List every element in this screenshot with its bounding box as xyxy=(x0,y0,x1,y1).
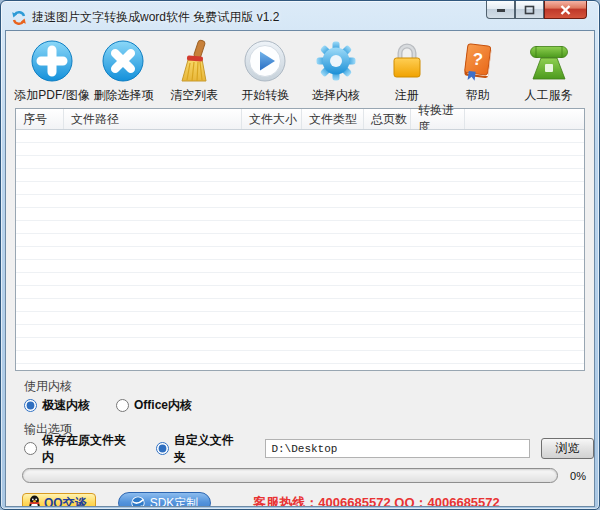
fast-kernel-radio[interactable] xyxy=(24,399,37,412)
toolbar-button-label: 清空列表 xyxy=(170,87,218,104)
toolbar-button-label: 注册 xyxy=(395,87,419,104)
window-title: 捷速图片文字转换成word软件 免费试用版 v1.2 xyxy=(32,9,279,26)
save-original-radio[interactable] xyxy=(24,442,37,455)
minimize-button[interactable] xyxy=(486,1,515,19)
select-kernel-button[interactable]: 选择内核 xyxy=(301,39,372,104)
radio-custom-folder[interactable]: 自定义文件夹 xyxy=(156,432,240,466)
column-header-filler xyxy=(465,109,584,129)
toolbar-button-label: 帮助 xyxy=(466,87,490,104)
sdk-custom-button[interactable]: SDK定制 xyxy=(118,492,212,507)
delete-selected-button[interactable]: 删除选择项 xyxy=(88,39,159,104)
qq-chat-button[interactable]: QQ交谈 xyxy=(22,493,96,508)
broom-icon xyxy=(172,39,216,83)
help-button[interactable]: ? 帮助 xyxy=(442,39,513,104)
custom-folder-label: 自定义文件夹 xyxy=(174,432,240,466)
qq-penguin-icon xyxy=(28,495,41,507)
file-list-header: 序号 文件路径 文件大小 文件类型 总页数 转换进度 xyxy=(16,109,584,130)
progress-row: 0% xyxy=(22,468,586,483)
client-area: 添加PDF/图像 删除选择项 xyxy=(5,30,595,507)
save-original-label: 保存在原文件夹内 xyxy=(42,432,130,466)
gear-icon xyxy=(314,39,358,83)
column-header-progress[interactable]: 转换进度 xyxy=(411,109,465,129)
qq-chat-label: QQ交谈 xyxy=(44,495,87,508)
progress-percent: 0% xyxy=(558,470,586,482)
browse-button[interactable]: 浏览 xyxy=(541,438,594,459)
progress-bar xyxy=(22,468,558,483)
toolbar: 添加PDF/图像 删除选择项 xyxy=(6,31,594,104)
output-options: 保存在原文件夹内 自定义文件夹 浏览 xyxy=(24,440,594,457)
office-kernel-label: Office内核 xyxy=(134,397,192,414)
file-list-body[interactable] xyxy=(16,130,584,370)
fast-kernel-label: 极速内核 xyxy=(42,397,90,414)
delete-icon xyxy=(101,39,145,83)
toolbar-button-label: 添加PDF/图像 xyxy=(14,87,89,104)
column-header-index[interactable]: 序号 xyxy=(16,109,64,129)
clear-list-button[interactable]: 清空列表 xyxy=(159,39,230,104)
office-kernel-radio[interactable] xyxy=(116,399,129,412)
footer: QQ交谈 SDK定制 客服热线：4006685572 QQ：4006685572 xyxy=(22,492,578,507)
register-button[interactable]: 注册 xyxy=(371,39,442,104)
column-header-filepath[interactable]: 文件路径 xyxy=(64,109,242,129)
manual-service-button[interactable]: 人工服务 xyxy=(513,39,584,104)
start-convert-button[interactable]: 开始转换 xyxy=(230,39,301,104)
app-logo-icon xyxy=(11,10,27,26)
column-header-pages[interactable]: 总页数 xyxy=(364,109,411,129)
column-header-filetype[interactable]: 文件类型 xyxy=(302,109,364,129)
radio-fast-kernel[interactable]: 极速内核 xyxy=(24,397,90,414)
add-icon xyxy=(30,39,74,83)
toolbar-button-label: 删除选择项 xyxy=(93,87,153,104)
window-controls xyxy=(486,1,587,19)
kernel-section-label: 使用内核 xyxy=(24,378,594,395)
column-header-filesize[interactable]: 文件大小 xyxy=(242,109,302,129)
file-list-table: 序号 文件路径 文件大小 文件类型 总页数 转换进度 xyxy=(15,108,585,371)
radio-save-original-folder[interactable]: 保存在原文件夹内 xyxy=(24,432,130,466)
lock-icon xyxy=(385,39,429,83)
play-icon xyxy=(243,39,287,83)
kernel-options: 极速内核 Office内核 xyxy=(24,397,594,414)
toolbar-button-label: 开始转换 xyxy=(241,87,289,104)
close-button[interactable] xyxy=(544,1,587,19)
help-book-icon: ? xyxy=(456,39,500,83)
globe-icon xyxy=(131,496,145,507)
app-window: 捷速图片文字转换成word软件 免费试用版 v1.2 xyxy=(0,0,600,510)
sdk-label: SDK定制 xyxy=(150,495,199,508)
toolbar-button-label: 选择内核 xyxy=(312,87,360,104)
toolbar-button-label: 人工服务 xyxy=(525,87,573,104)
maximize-button[interactable] xyxy=(515,1,544,19)
service-hotline-link[interactable]: 客服热线：4006685572 QQ：4006685572 xyxy=(253,494,499,507)
output-folder-input[interactable] xyxy=(265,439,530,458)
custom-folder-radio[interactable] xyxy=(156,442,169,455)
phone-icon xyxy=(527,39,571,83)
radio-office-kernel[interactable]: Office内核 xyxy=(116,397,192,414)
add-pdf-image-button[interactable]: 添加PDF/图像 xyxy=(16,39,88,104)
